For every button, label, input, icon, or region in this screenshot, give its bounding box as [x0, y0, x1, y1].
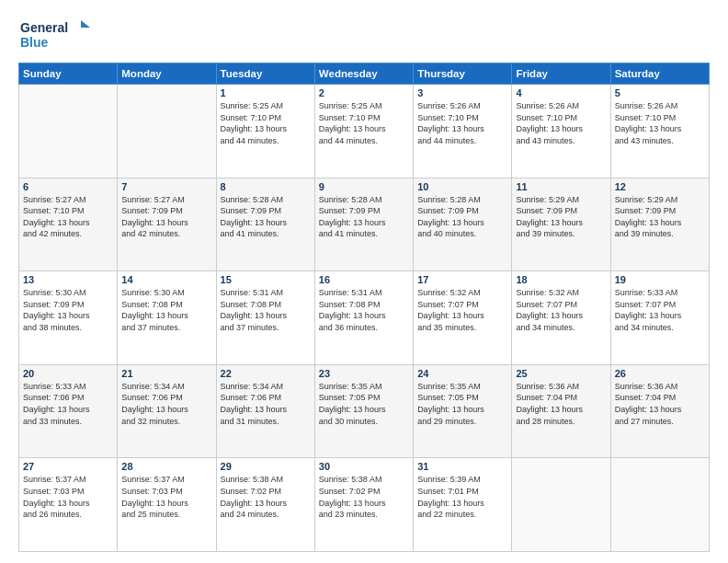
day-number: 4 — [516, 87, 606, 98]
calendar-cell: 12Sunrise: 5:29 AM Sunset: 7:09 PM Dayli… — [610, 178, 709, 271]
day-number: 23 — [319, 368, 409, 379]
day-number: 11 — [516, 181, 606, 192]
day-number: 24 — [417, 368, 507, 379]
weekday-header-saturday: Saturday — [610, 63, 709, 85]
calendar-cell: 31Sunrise: 5:39 AM Sunset: 7:01 PM Dayli… — [414, 458, 512, 552]
day-number: 16 — [319, 274, 409, 285]
day-number: 19 — [615, 274, 705, 285]
day-info: Sunrise: 5:33 AM Sunset: 7:07 PM Dayligh… — [615, 287, 705, 333]
weekday-header-sunday: Sunday — [19, 63, 118, 85]
day-info: Sunrise: 5:37 AM Sunset: 7:03 PM Dayligh… — [23, 474, 113, 520]
calendar-cell: 28Sunrise: 5:37 AM Sunset: 7:03 PM Dayli… — [118, 458, 216, 552]
calendar-cell: 2Sunrise: 5:25 AM Sunset: 7:10 PM Daylig… — [314, 85, 413, 178]
day-number: 14 — [121, 274, 211, 285]
calendar-cell: 27Sunrise: 5:37 AM Sunset: 7:03 PM Dayli… — [19, 458, 118, 552]
calendar-cell: 5Sunrise: 5:26 AM Sunset: 7:10 PM Daylig… — [610, 85, 709, 178]
header: General Blue — [18, 17, 710, 53]
day-number: 20 — [23, 368, 113, 379]
day-number: 6 — [23, 181, 113, 192]
day-number: 27 — [23, 461, 113, 472]
day-number: 3 — [417, 87, 507, 98]
weekday-header-row: SundayMondayTuesdayWednesdayThursdayFrid… — [19, 63, 710, 85]
calendar-cell: 11Sunrise: 5:29 AM Sunset: 7:09 PM Dayli… — [512, 178, 610, 271]
day-number: 12 — [615, 181, 705, 192]
calendar-cell: 23Sunrise: 5:35 AM Sunset: 7:05 PM Dayli… — [314, 364, 413, 458]
day-number: 13 — [23, 274, 113, 285]
weekday-header-wednesday: Wednesday — [314, 63, 413, 85]
day-number: 22 — [221, 368, 311, 379]
day-number: 9 — [319, 181, 409, 192]
calendar-cell: 30Sunrise: 5:38 AM Sunset: 7:02 PM Dayli… — [314, 458, 413, 552]
day-info: Sunrise: 5:27 AM Sunset: 7:10 PM Dayligh… — [23, 194, 113, 240]
day-number: 28 — [121, 461, 211, 472]
day-number: 25 — [516, 368, 606, 379]
day-info: Sunrise: 5:29 AM Sunset: 7:09 PM Dayligh… — [516, 194, 606, 240]
day-info: Sunrise: 5:32 AM Sunset: 7:07 PM Dayligh… — [417, 287, 507, 333]
svg-marker-2 — [81, 20, 90, 28]
svg-text:Blue: Blue — [20, 35, 49, 50]
calendar-cell — [512, 458, 610, 552]
calendar-cell: 18Sunrise: 5:32 AM Sunset: 7:07 PM Dayli… — [512, 271, 610, 365]
day-number: 26 — [615, 368, 705, 379]
calendar-cell: 26Sunrise: 5:36 AM Sunset: 7:04 PM Dayli… — [610, 364, 709, 458]
day-number: 17 — [417, 274, 507, 285]
calendar-cell: 15Sunrise: 5:31 AM Sunset: 7:08 PM Dayli… — [216, 271, 314, 365]
day-info: Sunrise: 5:31 AM Sunset: 7:08 PM Dayligh… — [221, 287, 311, 333]
day-info: Sunrise: 5:30 AM Sunset: 7:08 PM Dayligh… — [121, 287, 211, 333]
calendar-cell: 16Sunrise: 5:31 AM Sunset: 7:08 PM Dayli… — [314, 271, 413, 365]
day-info: Sunrise: 5:38 AM Sunset: 7:02 PM Dayligh… — [319, 474, 409, 520]
day-number: 18 — [516, 274, 606, 285]
day-info: Sunrise: 5:26 AM Sunset: 7:10 PM Dayligh… — [615, 100, 705, 146]
day-info: Sunrise: 5:35 AM Sunset: 7:05 PM Dayligh… — [319, 381, 409, 427]
calendar-cell: 8Sunrise: 5:28 AM Sunset: 7:09 PM Daylig… — [216, 178, 314, 271]
calendar-cell: 24Sunrise: 5:35 AM Sunset: 7:05 PM Dayli… — [414, 364, 512, 458]
day-info: Sunrise: 5:27 AM Sunset: 7:09 PM Dayligh… — [121, 194, 211, 240]
weekday-header-tuesday: Tuesday — [216, 63, 314, 85]
calendar-cell: 3Sunrise: 5:26 AM Sunset: 7:10 PM Daylig… — [414, 85, 512, 178]
day-info: Sunrise: 5:35 AM Sunset: 7:05 PM Dayligh… — [417, 381, 507, 427]
calendar-cell: 20Sunrise: 5:33 AM Sunset: 7:06 PM Dayli… — [19, 364, 118, 458]
week-row-2: 6Sunrise: 5:27 AM Sunset: 7:10 PM Daylig… — [19, 178, 710, 271]
day-info: Sunrise: 5:33 AM Sunset: 7:06 PM Dayligh… — [23, 381, 113, 427]
day-info: Sunrise: 5:26 AM Sunset: 7:10 PM Dayligh… — [417, 100, 507, 146]
calendar-cell: 4Sunrise: 5:26 AM Sunset: 7:10 PM Daylig… — [512, 85, 610, 178]
calendar-cell — [19, 85, 118, 178]
calendar-cell — [610, 458, 709, 552]
logo-svg: General Blue — [18, 17, 92, 53]
day-info: Sunrise: 5:30 AM Sunset: 7:09 PM Dayligh… — [23, 287, 113, 333]
calendar-cell: 9Sunrise: 5:28 AM Sunset: 7:09 PM Daylig… — [314, 178, 413, 271]
svg-text:General: General — [20, 20, 68, 35]
calendar-cell: 14Sunrise: 5:30 AM Sunset: 7:08 PM Dayli… — [118, 271, 216, 365]
calendar-cell: 29Sunrise: 5:38 AM Sunset: 7:02 PM Dayli… — [216, 458, 314, 552]
day-info: Sunrise: 5:28 AM Sunset: 7:09 PM Dayligh… — [319, 194, 409, 240]
week-row-1: 1Sunrise: 5:25 AM Sunset: 7:10 PM Daylig… — [19, 85, 710, 178]
day-number: 8 — [221, 181, 311, 192]
calendar-cell: 17Sunrise: 5:32 AM Sunset: 7:07 PM Dayli… — [414, 271, 512, 365]
day-number: 21 — [121, 368, 211, 379]
calendar-table: SundayMondayTuesdayWednesdayThursdayFrid… — [18, 63, 710, 552]
calendar-cell — [118, 85, 216, 178]
weekday-header-thursday: Thursday — [414, 63, 512, 85]
day-info: Sunrise: 5:36 AM Sunset: 7:04 PM Dayligh… — [516, 381, 606, 427]
calendar-cell: 1Sunrise: 5:25 AM Sunset: 7:10 PM Daylig… — [216, 85, 314, 178]
day-number: 2 — [319, 87, 409, 98]
day-info: Sunrise: 5:28 AM Sunset: 7:09 PM Dayligh… — [221, 194, 311, 240]
page: General Blue SundayMondayTuesdayWednesda… — [0, 0, 728, 563]
day-info: Sunrise: 5:29 AM Sunset: 7:09 PM Dayligh… — [615, 194, 705, 240]
calendar-cell: 19Sunrise: 5:33 AM Sunset: 7:07 PM Dayli… — [610, 271, 709, 365]
day-info: Sunrise: 5:31 AM Sunset: 7:08 PM Dayligh… — [319, 287, 409, 333]
day-info: Sunrise: 5:26 AM Sunset: 7:10 PM Dayligh… — [516, 100, 606, 146]
week-row-3: 13Sunrise: 5:30 AM Sunset: 7:09 PM Dayli… — [19, 271, 710, 365]
calendar-cell: 10Sunrise: 5:28 AM Sunset: 7:09 PM Dayli… — [414, 178, 512, 271]
day-info: Sunrise: 5:28 AM Sunset: 7:09 PM Dayligh… — [417, 194, 507, 240]
weekday-header-monday: Monday — [118, 63, 216, 85]
day-info: Sunrise: 5:38 AM Sunset: 7:02 PM Dayligh… — [221, 474, 311, 520]
day-number: 30 — [319, 461, 409, 472]
day-info: Sunrise: 5:36 AM Sunset: 7:04 PM Dayligh… — [615, 381, 705, 427]
calendar-cell: 21Sunrise: 5:34 AM Sunset: 7:06 PM Dayli… — [118, 364, 216, 458]
calendar-cell: 7Sunrise: 5:27 AM Sunset: 7:09 PM Daylig… — [118, 178, 216, 271]
day-info: Sunrise: 5:39 AM Sunset: 7:01 PM Dayligh… — [417, 474, 507, 520]
calendar-cell: 25Sunrise: 5:36 AM Sunset: 7:04 PM Dayli… — [512, 364, 610, 458]
day-info: Sunrise: 5:34 AM Sunset: 7:06 PM Dayligh… — [121, 381, 211, 427]
logo: General Blue — [18, 17, 92, 53]
